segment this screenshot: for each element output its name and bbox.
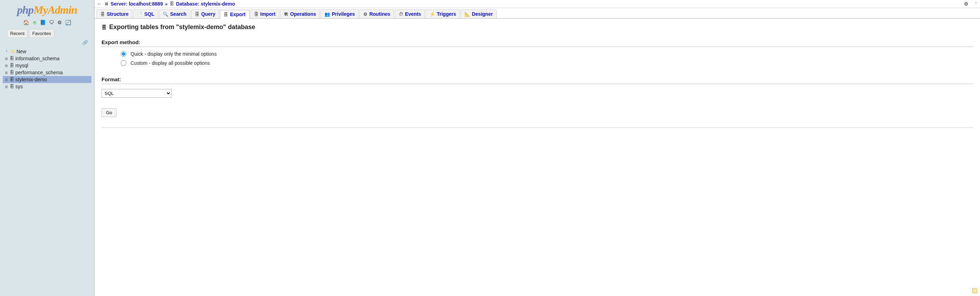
tab-icon: 🛠 <box>284 11 288 17</box>
export-title-icon: 🗄 <box>102 24 107 30</box>
tree-db-item[interactable]: ⊞🗄sys <box>3 83 91 90</box>
tree-db-item[interactable]: ⊞🗄performance_schema <box>3 69 91 76</box>
back-icon[interactable]: ← <box>97 1 102 7</box>
docs-icon[interactable]: 📘 <box>40 19 46 26</box>
tab-icon: 🔍 <box>163 11 169 17</box>
tree-branch-icon: └ <box>4 50 8 54</box>
tree-new-label: New <box>16 49 26 54</box>
page-settings-icon[interactable]: ⚙ <box>964 1 969 6</box>
tab-icon: ⚙ <box>363 11 368 17</box>
tab-label: Routines <box>369 11 390 17</box>
new-icon: ✨ <box>10 49 15 54</box>
database-icon: 🗄 <box>10 70 14 75</box>
tab-icon: 🗄 <box>254 11 259 17</box>
home-icon[interactable]: 🏠 <box>23 19 29 26</box>
tab-privileges[interactable]: 👥Privileges <box>321 10 359 18</box>
server-icon: 🖥 <box>104 2 108 6</box>
radio-custom-label: Custom - display all possible options <box>130 60 210 66</box>
tab-label: Operations <box>290 11 316 17</box>
tree-new[interactable]: └ ✨ New <box>3 48 91 55</box>
page-title: 🗄 Exporting tables from "stylemix-demo" … <box>102 24 973 31</box>
expand-icon[interactable]: ⊞ <box>4 71 8 75</box>
format-label: Format: <box>102 76 973 84</box>
sql-console-icon[interactable] <box>972 288 977 293</box>
db-tree: └ ✨ New ⊞🗄information_schema⊞🗄mysql⊞🗄per… <box>0 48 94 90</box>
radio-quick-row[interactable]: Quick - display only the minimal options <box>121 51 973 57</box>
tree-db-item[interactable]: ⊞🗄stylemix-demo <box>3 76 91 83</box>
tab-label: Query <box>201 11 215 17</box>
database-icon: 🗄 <box>170 2 174 6</box>
breadcrumb: ← 🖥 Server: localhost:8889 » 🗄 Database:… <box>94 0 980 8</box>
tab-label: Search <box>170 11 186 17</box>
tab-icon: 📄 <box>137 11 142 17</box>
tab-label: Events <box>405 11 421 17</box>
tab-icon: 🗄 <box>195 11 199 17</box>
main: ← 🖥 Server: localhost:8889 » 🗄 Database:… <box>94 0 980 296</box>
divider <box>102 128 973 128</box>
expand-icon[interactable]: ⊞ <box>4 57 8 61</box>
tab-triggers[interactable]: ⚡Triggers <box>426 10 460 18</box>
database-icon: 🗄 <box>10 84 14 89</box>
expand-icon[interactable]: ⊞ <box>4 64 8 67</box>
content: 🗄 Exporting tables from "stylemix-demo" … <box>94 19 980 133</box>
sidebar-tabs: Recent Favorites <box>7 29 54 38</box>
reload-icon[interactable]: 🔄 <box>65 19 72 26</box>
logo-part1: php <box>17 3 33 16</box>
tab-export[interactable]: 🗄Export <box>220 10 249 19</box>
tab-query[interactable]: 🗄Query <box>191 10 219 18</box>
export-method-label: Export method: <box>102 39 973 47</box>
tab-icon: 🗄 <box>224 12 228 17</box>
tab-recent[interactable]: Recent <box>7 29 28 38</box>
breadcrumb-separator: » <box>165 2 167 6</box>
tab-events[interactable]: ⏱Events <box>395 10 425 18</box>
database-icon: 🗄 <box>10 56 14 61</box>
tree-db-label: stylemix-demo <box>15 77 47 82</box>
tree-db-label: mysql <box>15 63 29 68</box>
tab-icon: ⏱ <box>399 11 403 17</box>
logout-icon[interactable]: ⎋ <box>32 19 38 26</box>
breadcrumb-database[interactable]: Database: stylemix-demo <box>176 1 235 6</box>
tab-icon: 👥 <box>325 11 330 17</box>
sidebar-toolbar: 🏠 ⎋ 📘 🗨 ⚙ 🔄 <box>23 19 72 26</box>
logo[interactable]: phpMyAdmin <box>17 3 77 16</box>
tab-icon: 📐 <box>465 11 470 17</box>
database-icon: 🗄 <box>10 63 14 68</box>
tab-structure[interactable]: 🗄Structure <box>97 10 132 18</box>
tab-designer[interactable]: 📐Designer <box>461 10 496 18</box>
tab-icon: 🗄 <box>100 11 105 17</box>
tree-db-item[interactable]: ⊞🗄mysql <box>3 62 91 69</box>
collapse-icon[interactable]: ⌃ <box>974 2 978 6</box>
tab-sql[interactable]: 📄SQL <box>133 10 158 18</box>
tab-label: Import <box>260 11 276 17</box>
tab-routines[interactable]: ⚙Routines <box>360 10 394 18</box>
logo-part2: MyAdmin <box>33 3 77 16</box>
tab-operations[interactable]: 🛠Operations <box>280 10 320 18</box>
tab-label: Designer <box>472 11 493 17</box>
tab-label: SQL <box>144 11 154 17</box>
expand-icon[interactable]: ⊞ <box>4 78 8 82</box>
sidebar: phpMyAdmin 🏠 ⎋ 📘 🗨 ⚙ 🔄 Recent Favorites … <box>0 0 94 296</box>
radio-quick[interactable] <box>121 51 126 57</box>
tab-label: Privileges <box>332 11 355 17</box>
tree-db-label: performance_schema <box>15 70 63 75</box>
tree-db-item[interactable]: ⊞🗄information_schema <box>3 55 91 62</box>
tab-label: Triggers <box>437 11 456 17</box>
tab-import[interactable]: 🗄Import <box>250 10 280 18</box>
tab-icon: ⚡ <box>430 11 435 17</box>
radio-custom-row[interactable]: Custom - display all possible options <box>121 60 973 66</box>
database-icon: 🗄 <box>10 77 14 82</box>
tree-db-label: information_schema <box>15 56 59 61</box>
settings-icon[interactable]: ⚙ <box>57 19 63 26</box>
expand-icon[interactable]: ⊞ <box>4 85 8 89</box>
tab-label: Export <box>230 11 245 17</box>
tab-search[interactable]: 🔍Search <box>159 10 190 18</box>
tab-favorites[interactable]: Favorites <box>29 29 54 38</box>
go-button[interactable]: Go <box>102 108 116 117</box>
radio-quick-label: Quick - display only the minimal options <box>130 51 216 57</box>
tree-db-label: sys <box>15 84 23 89</box>
link-icon[interactable]: 🔗 <box>82 40 88 45</box>
breadcrumb-server[interactable]: Server: localhost:8889 <box>111 1 163 6</box>
sql-query-icon[interactable]: 🗨 <box>48 19 55 26</box>
radio-custom[interactable] <box>121 60 126 66</box>
format-select[interactable]: SQL <box>102 89 172 98</box>
